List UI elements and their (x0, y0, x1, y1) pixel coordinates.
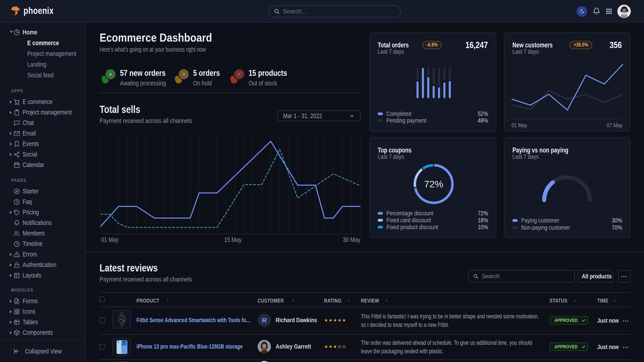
reviews-more-button[interactable]: ⋯ (618, 270, 630, 282)
lock-icon (14, 262, 20, 268)
select-all-checkbox[interactable] (99, 297, 105, 302)
date-range-select[interactable]: Mar 1 - 31, 2022 (277, 110, 360, 121)
search-input[interactable] (283, 8, 396, 15)
caret-down-icon (10, 31, 13, 33)
sidebar-item-label: Errors (22, 251, 37, 258)
sidebar-item-tables[interactable]: Tables (0, 317, 85, 327)
customer-name[interactable]: Richard Dawkins (276, 317, 317, 324)
star-icon (342, 318, 346, 323)
column-header-review[interactable]: REVIEW (361, 298, 388, 304)
column-header-product[interactable]: PRODUCT (136, 298, 169, 304)
check-icon (582, 345, 586, 349)
star-icon (333, 345, 337, 349)
sidebar-item-authentication[interactable]: Authentication (0, 260, 85, 270)
row-checkbox[interactable] (99, 318, 105, 323)
sidebar-item-timeline[interactable]: Timeline (0, 239, 85, 249)
sidebar-item-chat[interactable]: Chat (0, 118, 85, 128)
caret-right-icon (10, 142, 12, 146)
row-checkbox[interactable] (99, 344, 105, 350)
user-avatar[interactable] (617, 5, 631, 18)
sidebar-item-layouts[interactable]: Layouts (0, 270, 85, 281)
customer-avatar-photo (258, 340, 271, 353)
sidebar-item-faq[interactable]: Faq (0, 197, 85, 207)
sidebar-item-e-commerce[interactable]: E commerce (0, 97, 85, 107)
all-products-button[interactable]: All products (578, 270, 613, 282)
customer-avatar[interactable] (258, 340, 271, 353)
legend-swatch (512, 219, 518, 222)
product-thumbnail[interactable]: 7:15 (112, 310, 131, 329)
row-more-button[interactable]: ⋯ (622, 317, 630, 325)
caret-right-icon (10, 310, 12, 313)
total-sells-x-label-start: 01 May (101, 236, 118, 244)
legend-swatch (378, 112, 383, 115)
mail-icon (14, 130, 20, 137)
sort-icon (166, 299, 169, 303)
theme-toggle-button[interactable] (576, 6, 587, 17)
legend-label: Fixed product discount (386, 224, 438, 231)
legend-value: 70% (612, 224, 622, 231)
sidebar-item-events[interactable]: Events (0, 139, 85, 149)
product-thumbnail[interactable] (112, 338, 131, 356)
column-header-status[interactable]: STATUS (550, 298, 576, 304)
sidebar-item-project-management[interactable]: Project management (0, 107, 85, 118)
alert-triangle-icon (14, 251, 20, 258)
customer-avatar-photo (258, 361, 271, 362)
sidebar-item-pricing[interactable]: Pricing (0, 207, 85, 218)
sidebar-subitem-project-management[interactable]: Project management (0, 48, 85, 59)
column-header-time[interactable]: TIME (597, 298, 616, 304)
sidebar-item-starter[interactable]: Starter (0, 186, 85, 197)
product-link[interactable]: Fitbit Sense Advanced Smartwatch with To… (136, 317, 250, 324)
column-header-customer[interactable]: CUSTOMER (258, 298, 294, 304)
row-more-button[interactable]: ⋯ (622, 343, 630, 351)
sidebar-subitem-landing[interactable]: Landing (0, 59, 85, 70)
paying-legend-item: Non-paying customer70% (512, 223, 622, 232)
collapse-view-button[interactable]: Collapsed View (0, 344, 85, 359)
total-orders-value: 16,247 (466, 40, 488, 50)
sidebar-item-label: Layouts (22, 272, 41, 279)
reviews-search-input[interactable] (482, 273, 570, 280)
sidebar-subitem-social-feed[interactable]: Social feed (0, 70, 85, 80)
notifications-button[interactable] (592, 7, 600, 15)
new-customers-x-start: 01 May (512, 122, 527, 129)
customer-avatar[interactable]: R (258, 314, 271, 327)
sidebar-item-social[interactable]: Social (0, 149, 85, 160)
sidebar-item-home[interactable]: Home (0, 27, 85, 37)
caret-right-icon (10, 253, 12, 256)
stat-value: 15 products (248, 68, 287, 78)
sidebar-item-errors[interactable]: Errors (0, 249, 85, 260)
apps-grid-button[interactable] (606, 8, 612, 14)
stat-value: 5 orders (193, 68, 220, 78)
caret-right-icon (10, 111, 12, 114)
sidebar-subitem-label: Project management (27, 50, 76, 57)
new-customers-chart (512, 61, 623, 121)
star-icon (328, 318, 333, 323)
column-header-label: STATUS (550, 298, 568, 304)
total-sells-x-label-mid: 15 May (224, 236, 242, 244)
customer-avatar[interactable] (258, 361, 271, 362)
sidebar-subitem-e-commerce[interactable]: E commerce (0, 37, 85, 48)
reviews-search[interactable] (468, 270, 575, 282)
navbar-search[interactable] (268, 5, 401, 17)
sidebar-item-label: Home (22, 29, 37, 36)
brand[interactable]: phoenix (11, 5, 60, 16)
product-link[interactable]: iPhone 13 pro max-Pacific Blue-128GB sto… (136, 343, 242, 350)
total-sells-title: Total sells (100, 103, 140, 115)
customer-name[interactable]: Ashley Garrett (276, 343, 311, 350)
star-icon (338, 318, 342, 323)
row-divider (99, 359, 630, 360)
sidebar-item-email[interactable]: Email (0, 128, 85, 139)
sidebar-item-forms[interactable]: Forms (0, 296, 85, 306)
rating-stars (324, 318, 346, 323)
star-icon (328, 345, 333, 349)
customer-avatar-letter: R (258, 314, 271, 327)
sidebar-item-calendar[interactable]: Calendar (0, 160, 85, 170)
sidebar-item-icons[interactable]: Icons (0, 306, 85, 317)
sidebar-section-label: APPS (11, 88, 23, 93)
status-badge: APPROVED (550, 343, 588, 351)
column-header-rating[interactable]: RATING (324, 298, 350, 304)
sidebar-item-components[interactable]: Components (0, 327, 85, 338)
sort-icon (292, 299, 294, 303)
sidebar-item-members[interactable]: Members (0, 228, 85, 239)
sidebar-item-notifications[interactable]: Notifications (0, 218, 85, 228)
bell-icon (592, 7, 600, 15)
